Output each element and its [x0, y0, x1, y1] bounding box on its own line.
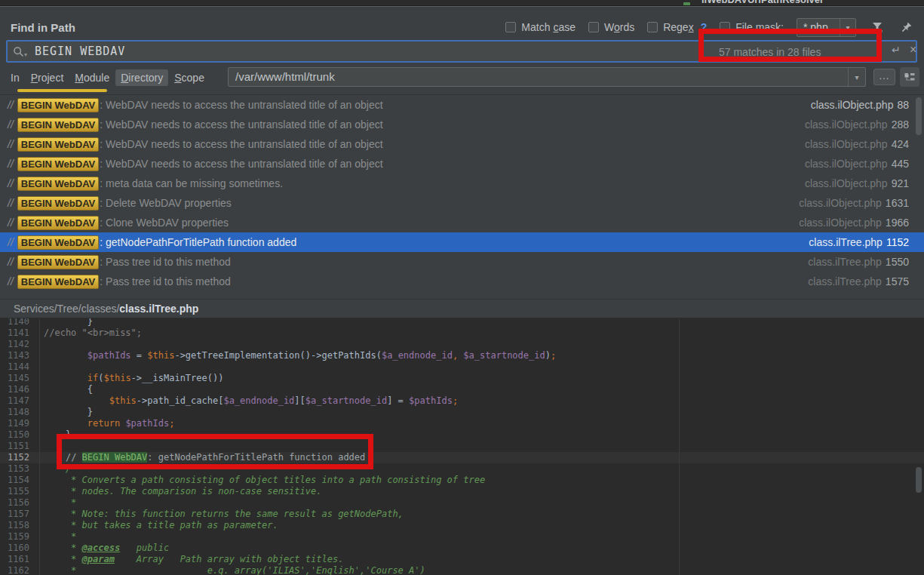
editor-line[interactable]: 1145 if($this->__isMainTree()): [0, 373, 924, 384]
search-query-text[interactable]: BEGIN WEBDAV: [35, 45, 125, 58]
editor-line[interactable]: 1153 /**: [0, 463, 924, 475]
editor-line[interactable]: 1162 * e.g. array('ILIAS','English','Cou…: [0, 565, 924, 575]
editor-line[interactable]: 1159 *: [0, 531, 924, 543]
result-line-number: 1631: [886, 197, 909, 209]
pin-icon[interactable]: [898, 19, 915, 35]
file-mask-combo[interactable]: *.php ▾: [797, 18, 856, 37]
file-mask-value[interactable]: *.php: [797, 21, 840, 33]
result-file-name: class.ilObject.php: [811, 99, 894, 111]
clear-search-icon[interactable]: ×: [910, 43, 916, 57]
editor-line-current[interactable]: 1152 // BEGIN WebDAV: getNodePathForTitl…: [0, 452, 924, 463]
match-case-checkbox[interactable]: Match case: [505, 21, 576, 33]
editor-line[interactable]: 1142: [0, 339, 924, 350]
result-row[interactable]: //BEGIN WebDAV: Pass tree id to this met…: [0, 252, 924, 272]
line-number: 1144: [0, 361, 39, 373]
code-token: $this: [109, 395, 137, 406]
result-row[interactable]: //BEGIN WebDAV: WebDAV needs to access t…: [0, 154, 924, 174]
editor-line[interactable]: 1160 * @access public: [0, 543, 924, 554]
code-token: *: [44, 543, 82, 553]
directory-path-combo[interactable]: /var/www/html/trunk ▾: [228, 67, 866, 87]
search-field[interactable]: ▾ BEGIN WEBDAV 57 matches in 28 files ↵ …: [6, 40, 917, 63]
code-token: //: [66, 452, 82, 463]
result-row[interactable]: //BEGIN WebDAV: WebDAV needs to access t…: [0, 95, 924, 115]
editor-line[interactable]: 1146 {: [0, 384, 924, 395]
result-snippet: : WebDAV needs to access the untranslate…: [100, 158, 382, 170]
checkbox-icon[interactable]: [588, 22, 599, 32]
code-text: * @param Array Path array with object ti…: [39, 554, 343, 565]
filter-icon[interactable]: [869, 19, 886, 35]
editor-line[interactable]: 1143 $pathIds = $this->getTreeImplementa…: [0, 350, 924, 361]
code-preview-editor[interactable]: 1140 }1141//echo "<br>miss";11421143 $pa…: [0, 318, 924, 575]
scope-item-module[interactable]: Module: [75, 72, 109, 84]
editor-scrollbar[interactable]: [916, 467, 922, 493]
result-row[interactable]: //BEGIN WebDAV: getNodePathForTitlePath …: [0, 232, 924, 252]
search-results-list: //BEGIN WebDAV: WebDAV needs to access t…: [0, 94, 924, 294]
scope-item-scope[interactable]: Scope: [174, 72, 204, 84]
code-token: ->getTreeImplementation()->getPathIds(: [174, 350, 382, 361]
result-file-name: class.ilObject.php: [805, 177, 888, 189]
code-token: ][: [294, 395, 305, 406]
result-row[interactable]: //BEGIN WebDAV: meta data can be missing…: [0, 174, 924, 193]
checkbox-icon[interactable]: [720, 22, 730, 32]
search-history-chevron-icon[interactable]: ▾: [24, 51, 27, 58]
chevron-down-icon[interactable]: ▾: [840, 19, 855, 36]
editor-line[interactable]: 1155 * nodes. The comparison is non-case…: [0, 486, 924, 497]
editor-line[interactable]: 1150 }: [0, 429, 924, 441]
regex-checkbox[interactable]: Regex ?: [647, 21, 707, 33]
editor-line[interactable]: 1149 return $pathIds;: [0, 418, 924, 429]
result-row[interactable]: //BEGIN WebDAV: WebDAV needs to access t…: [0, 115, 924, 134]
editor-line[interactable]: 1144: [0, 361, 924, 373]
result-line-number: 445: [892, 158, 909, 170]
editor-line[interactable]: 1140 }: [0, 318, 924, 327]
scope-in-label: In: [11, 72, 20, 84]
code-text: }: [39, 318, 93, 327]
result-file-name: class.ilObject.php: [799, 197, 882, 209]
result-row[interactable]: //BEGIN WebDAV: WebDAV needs to access t…: [0, 134, 924, 154]
editor-line[interactable]: 1141//echo "<br>miss";: [0, 327, 924, 339]
words-checkbox[interactable]: Words: [588, 21, 634, 33]
editor-line[interactable]: 1147 $this->path_id_cache[$a_endnode_id]…: [0, 395, 924, 407]
directory-path-value[interactable]: /var/www/html/trunk: [235, 70, 335, 83]
result-snippet: : WebDAV needs to access the untranslate…: [100, 99, 382, 111]
result-row[interactable]: //BEGIN WebDAV: Clone WebDAV propertiesc…: [0, 213, 924, 232]
code-token: [44, 452, 66, 463]
checkbox-icon[interactable]: [647, 22, 658, 32]
chevron-down-icon[interactable]: ▾: [848, 68, 865, 86]
result-line-number: 288: [892, 118, 909, 131]
code-text: //echo "<br>miss";: [39, 327, 142, 339]
file-mask-checkbox[interactable]: File mask:: [720, 21, 784, 33]
line-number: 1152: [0, 452, 39, 463]
result-snippet: : Clone WebDAV properties: [100, 217, 229, 229]
background-window-strip: ilWebDAVUriPathResolver: [0, 0, 924, 6]
code-token: /**: [44, 463, 82, 474]
match-highlight: BEGIN WebDAV: [17, 255, 99, 269]
code-token: *: [44, 497, 76, 508]
code-token: ): [545, 350, 551, 361]
scope-item-directory[interactable]: Directory: [115, 69, 168, 86]
line-number: 1146: [0, 384, 39, 395]
search-icon[interactable]: [13, 46, 31, 58]
comment-prefix: //: [8, 217, 14, 229]
browse-directory-button[interactable]: ...: [873, 69, 895, 85]
editor-line[interactable]: 1158 * but takes a title path as paramet…: [0, 520, 924, 531]
result-location: class.ilObject.php88: [811, 99, 909, 111]
checkbox-icon[interactable]: [505, 22, 516, 32]
result-location: class.ilTree.php1550: [808, 256, 909, 268]
scope-item-project[interactable]: Project: [31, 72, 64, 84]
editor-line[interactable]: 1156 *: [0, 497, 924, 509]
line-number: 1161: [0, 554, 39, 565]
result-row[interactable]: //BEGIN WebDAV: Delete WebDAV properties…: [0, 193, 924, 213]
result-location: class.ilObject.php921: [805, 177, 909, 189]
editor-line[interactable]: 1151: [0, 441, 924, 452]
editor-line[interactable]: 1161 * @param Array Path array with obje…: [0, 554, 924, 565]
editor-line[interactable]: 1148 }: [0, 407, 924, 418]
editor-line[interactable]: 1157 * Note: this function returns the s…: [0, 509, 924, 520]
editor-line[interactable]: 1154 * Converts a path consisting of obj…: [0, 475, 924, 486]
result-row[interactable]: //BEGIN WebDAV: Pass tree id to this met…: [0, 272, 924, 291]
results-scrollbar[interactable]: [916, 97, 922, 135]
regex-help-icon[interactable]: ?: [701, 21, 708, 33]
comment-prefix: //: [8, 158, 14, 170]
result-line-number: 921: [892, 177, 909, 189]
newline-icon[interactable]: ↵: [892, 44, 901, 56]
directory-structure-icon[interactable]: [900, 67, 919, 87]
